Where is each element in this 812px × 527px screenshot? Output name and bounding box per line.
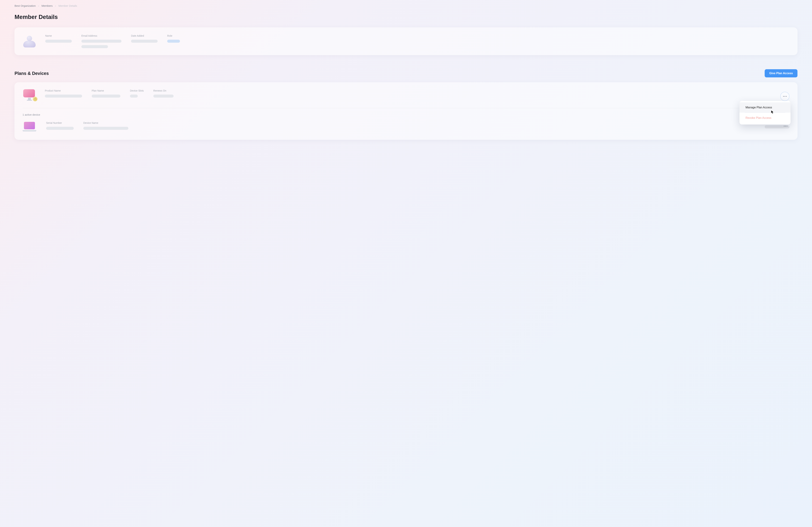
plan-actions-menu: Manage Plan Access Revoke Plan Access [739,101,791,124]
manage-plan-access-item[interactable]: Manage Plan Access [739,102,791,112]
email-label: Email Address [82,34,121,37]
member-details-card: Name Email Address Date Added Role [15,28,797,55]
email-value-skeleton-2 [82,45,108,48]
name-value-skeleton [45,40,72,43]
page-title: Member Details [15,14,797,20]
plan-name-label: Plan Name [92,89,120,92]
role-label: Role [167,34,180,37]
give-plan-access-button[interactable]: Give Plan Access [765,69,797,77]
briefcase-badge-icon [33,97,38,101]
active-device-count: 1 active device [23,113,789,116]
breadcrumb-current: Member Details [58,4,77,7]
serial-number-label: Serial Number [46,121,74,124]
laptop-icon [23,121,37,131]
serial-number-skeleton [46,127,74,130]
plan-name-skeleton [92,94,120,97]
ellipsis-icon [784,126,787,126]
breadcrumb: Best Organization › Members › Member Det… [15,4,797,7]
product-name-skeleton [45,94,82,97]
avatar-icon [23,34,37,48]
role-badge-skeleton [167,40,180,43]
chevron-right-icon: › [55,4,56,7]
plan-more-button[interactable] [780,92,789,101]
ellipsis-icon [783,96,787,97]
product-name-label: Product Name [45,89,82,92]
renews-on-label: Renews On [153,89,174,92]
desktop-icon [23,89,37,100]
device-name-label: Device Name [83,121,128,124]
date-added-label: Date Added [131,34,158,37]
breadcrumb-org[interactable]: Best Organization [15,4,35,7]
device-name-skeleton [83,127,128,130]
date-added-skeleton [131,40,158,43]
chevron-right-icon: › [38,4,39,7]
name-label: Name [45,34,72,37]
email-value-skeleton [82,40,121,43]
breadcrumb-members[interactable]: Members [42,4,53,7]
cursor-icon [771,110,774,115]
device-slots-label: Device Slots [130,89,144,92]
revoke-plan-access-item[interactable]: Revoke Plan Access [739,113,791,123]
plans-devices-title: Plans & Devices [15,71,49,76]
renews-on-skeleton [153,94,174,97]
device-slots-skeleton [130,94,138,97]
plan-card: Product Name Plan Name Device Slots Rene… [15,82,797,140]
device-more-button[interactable] [784,126,787,126]
